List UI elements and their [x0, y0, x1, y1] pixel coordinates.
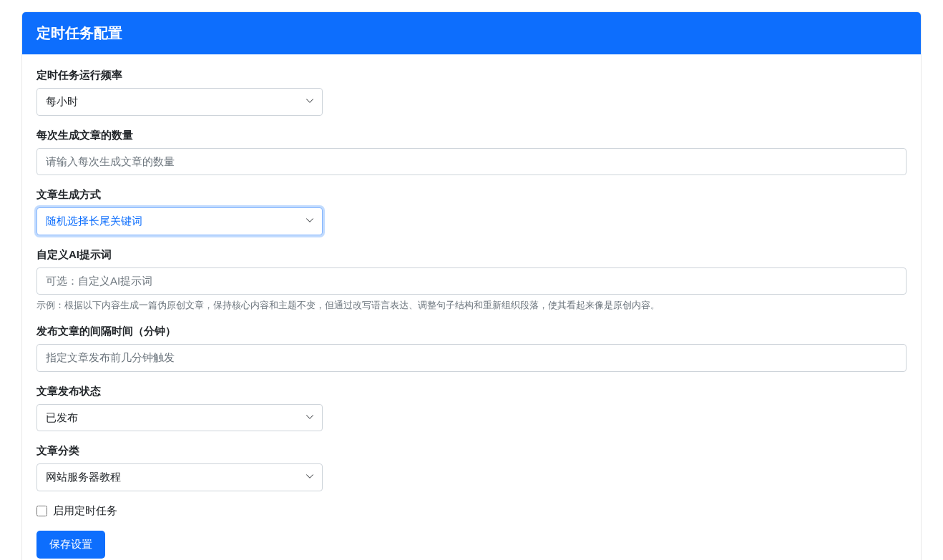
article-count-group: 每次生成文章的数量 [36, 129, 907, 176]
ai-prompt-label: 自定义AI提示词 [36, 248, 907, 262]
ai-prompt-input[interactable] [36, 267, 907, 295]
publish-status-label: 文章发布状态 [36, 385, 907, 398]
interval-group: 发布文章的间隔时间（分钟） [36, 325, 907, 372]
card-body: 定时任务运行频率 每小时 每次生成文章的数量 文章生成方式 随机选择长尾关键词 [22, 54, 921, 560]
interval-label: 发布文章的间隔时间（分钟） [36, 325, 907, 338]
card-title: 定时任务配置 [36, 25, 122, 41]
ai-prompt-group: 自定义AI提示词 示例：根据以下内容生成一篇伪原创文章，保持核心内容和主题不变，… [36, 248, 907, 313]
enable-checkbox[interactable] [36, 506, 47, 516]
enable-check-group: 启用定时任务 [36, 504, 907, 518]
frequency-group: 定时任务运行频率 每小时 [36, 69, 907, 116]
frequency-select[interactable]: 每小时 [36, 88, 323, 116]
gen-method-select[interactable]: 随机选择长尾关键词 [36, 207, 323, 235]
ai-prompt-hint: 示例：根据以下内容生成一篇伪原创文章，保持核心内容和主题不变，但通过改写语言表达… [36, 299, 907, 312]
enable-checkbox-label[interactable]: 启用定时任务 [53, 504, 117, 518]
category-select-wrapper: 网站服务器教程 [36, 463, 323, 491]
publish-status-select[interactable]: 已发布 [36, 404, 323, 432]
save-button[interactable]: 保存设置 [36, 531, 105, 559]
card-header: 定时任务配置 [22, 12, 921, 54]
publish-status-group: 文章发布状态 已发布 [36, 385, 907, 432]
gen-method-select-wrapper: 随机选择长尾关键词 [36, 207, 323, 235]
article-count-label: 每次生成文章的数量 [36, 129, 907, 142]
gen-method-group: 文章生成方式 随机选择长尾关键词 [36, 188, 907, 235]
frequency-select-wrapper: 每小时 [36, 88, 323, 116]
article-count-input[interactable] [36, 148, 907, 176]
gen-method-label: 文章生成方式 [36, 188, 907, 202]
interval-input[interactable] [36, 344, 907, 372]
frequency-label: 定时任务运行频率 [36, 69, 907, 82]
category-select[interactable]: 网站服务器教程 [36, 463, 323, 491]
category-group: 文章分类 网站服务器教程 [36, 444, 907, 491]
publish-status-select-wrapper: 已发布 [36, 404, 323, 432]
config-card: 定时任务配置 定时任务运行频率 每小时 每次生成文章的数量 文章生成方式 随机选… [21, 11, 922, 560]
category-label: 文章分类 [36, 444, 907, 458]
